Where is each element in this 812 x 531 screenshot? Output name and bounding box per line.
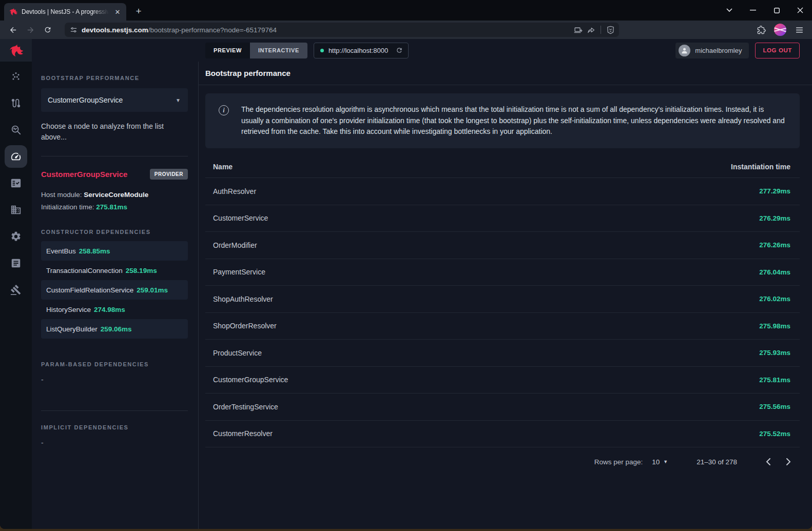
table-row[interactable]: CustomerService276.29ms xyxy=(205,205,800,232)
interactive-tab[interactable]: INTERACTIVE xyxy=(250,43,307,58)
dependency-item[interactable]: HistoryService274.98ms xyxy=(41,300,188,319)
preview-tab[interactable]: PREVIEW xyxy=(205,43,250,58)
send-to-device-icon[interactable] xyxy=(574,26,583,34)
cell-instantiation-time: 276.04ms xyxy=(759,268,790,276)
dependency-item[interactable]: ListQueryBuilder259.06ms xyxy=(41,319,188,339)
cell-name: AuthResolver xyxy=(213,187,256,195)
nav-graph-icon[interactable] xyxy=(10,71,22,82)
bootstrap-sidebar: BOOTSTRAP PERFORMANCE CustomerGroupServi… xyxy=(32,62,199,529)
table-row[interactable]: AuthResolver277.29ms xyxy=(205,178,800,205)
dependency-item[interactable]: EventBus258.85ms xyxy=(41,241,188,261)
nav-gavel-icon[interactable] xyxy=(10,284,22,296)
reload-button[interactable] xyxy=(40,23,55,37)
address-bar[interactable]: devtools.nestjs.com/bootstrap-performanc… xyxy=(65,23,619,37)
implicit-deps-value: - xyxy=(41,439,188,447)
table-row[interactable]: ShopAuthResolver276.02ms xyxy=(205,286,800,313)
param-deps-value: - xyxy=(41,376,188,384)
target-url-box[interactable]: http://localhost:8000 xyxy=(314,43,409,58)
dependency-name: EventBus xyxy=(46,247,76,255)
column-header-time: Instantiation time xyxy=(731,163,790,171)
selected-node-name: CustomerGroupService xyxy=(41,170,127,179)
nav-docs-icon[interactable] xyxy=(10,258,22,269)
rows-per-page-caret-icon[interactable]: ▼ xyxy=(663,459,668,464)
cell-instantiation-time: 275.81ms xyxy=(759,376,790,384)
sidebar-section-title: BOOTSTRAP PERFORMANCE xyxy=(41,75,188,81)
table-row[interactable]: ProductService275.93ms xyxy=(205,340,800,367)
devtools-app: PREVIEW INTERACTIVE http://localhost:800… xyxy=(0,39,812,529)
next-page-button[interactable] xyxy=(778,458,799,465)
previous-page-button[interactable] xyxy=(758,458,778,465)
main-content: Bootstrap performance i The dependencies… xyxy=(199,62,812,529)
dependency-name: CustomFieldRelationService xyxy=(46,286,133,294)
param-deps-title: PARAM-BASED DEPENDENCIES xyxy=(41,361,188,367)
dependency-item[interactable]: TransactionalConnection258.19ms xyxy=(41,261,188,280)
info-text: The dependencies resolution algorithm is… xyxy=(241,104,786,137)
toolbar-right-group xyxy=(753,23,807,37)
minimize-button[interactable] xyxy=(741,0,765,21)
dependency-time: 259.06ms xyxy=(101,325,132,333)
pagination: Rows per page: 10 ▼ 21–30 of 278 xyxy=(205,447,800,476)
host-module-label: Host module: xyxy=(41,191,82,199)
cell-instantiation-time: 276.26ms xyxy=(759,241,790,249)
cell-name: OrderModifier xyxy=(213,241,257,249)
extensions-icon[interactable] xyxy=(753,23,769,37)
forward-button[interactable] xyxy=(23,23,38,37)
table-row[interactable]: OrderModifier276.26ms xyxy=(205,232,800,259)
app-logo[interactable] xyxy=(0,39,32,62)
init-time-value: 275.81ms xyxy=(96,203,127,211)
nav-routes-icon[interactable] xyxy=(10,97,22,109)
nav-settings-icon[interactable] xyxy=(10,231,22,242)
username: michaelbromley xyxy=(695,47,742,54)
site-settings-icon[interactable] xyxy=(70,26,78,34)
table-row[interactable]: CustomerResolver275.52ms xyxy=(205,421,800,448)
dependency-time: 258.19ms xyxy=(126,267,157,274)
cell-instantiation-time: 275.52ms xyxy=(759,430,790,438)
menu-icon[interactable] xyxy=(791,23,807,37)
cell-instantiation-time: 275.98ms xyxy=(759,322,790,330)
node-select[interactable]: CustomerGroupService ▼ xyxy=(41,88,188,112)
cell-instantiation-time: 275.93ms xyxy=(759,349,790,357)
tab-close-icon[interactable]: ✕ xyxy=(113,7,122,16)
nav-audit-icon[interactable] xyxy=(10,178,22,189)
back-button[interactable] xyxy=(5,23,21,37)
url-domain: devtools.nestjs.com xyxy=(82,26,148,34)
nav-inspect-icon[interactable] xyxy=(10,124,22,135)
cell-name: CustomerGroupService xyxy=(213,376,288,384)
node-meta: Host module: ServiceCoreModule Initializ… xyxy=(41,189,188,213)
info-icon: i xyxy=(219,105,229,115)
url-text: devtools.nestjs.com/bootstrap-performanc… xyxy=(82,26,570,34)
refresh-target-icon[interactable] xyxy=(396,47,403,54)
info-box: i The dependencies resolution algorithm … xyxy=(205,93,800,148)
close-window-button[interactable] xyxy=(788,0,812,21)
nav-performance-active[interactable] xyxy=(5,145,27,168)
tab-title: Devtools | NestJS - A progressive xyxy=(22,8,109,15)
table-row[interactable]: ShopOrderResolver275.98ms xyxy=(205,313,800,340)
browser-profile-avatar[interactable] xyxy=(774,24,786,36)
browser-tab[interactable]: Devtools | NestJS - A progressive ✕ xyxy=(4,3,126,21)
rows-per-page-value[interactable]: 10 xyxy=(652,458,660,466)
brave-shields-icon[interactable] xyxy=(606,26,615,34)
window-controls xyxy=(718,0,812,21)
maximize-button[interactable] xyxy=(765,0,788,21)
logout-button[interactable]: LOG OUT xyxy=(755,43,800,58)
browser-window: Devtools | NestJS - A progressive ✕ + de… xyxy=(0,0,812,529)
cell-name: ShopOrderResolver xyxy=(213,322,277,330)
new-tab-button[interactable]: + xyxy=(131,4,146,18)
share-icon[interactable] xyxy=(587,26,595,34)
url-path: /bootstrap-performance?node=-65179764 xyxy=(148,26,277,34)
table-row[interactable]: CustomerGroupService275.81ms xyxy=(205,367,800,394)
table-row[interactable]: OrderTestingService275.56ms xyxy=(205,394,800,421)
nav-modules-icon[interactable] xyxy=(10,204,22,215)
page-title: Bootstrap performance xyxy=(205,69,291,77)
cell-instantiation-time: 276.02ms xyxy=(759,295,790,303)
perf-table-body: AuthResolver277.29msCustomerService276.2… xyxy=(205,178,800,447)
table-header: Name Instantiation time xyxy=(205,155,800,178)
user-chip[interactable]: michaelbromley xyxy=(675,43,749,58)
status-dot xyxy=(320,49,324,52)
user-avatar xyxy=(679,45,690,56)
dependency-time: 274.98ms xyxy=(94,306,125,313)
table-row[interactable]: PaymentService276.04ms xyxy=(205,259,800,286)
tab-search-icon[interactable] xyxy=(718,0,741,21)
cell-instantiation-time: 275.56ms xyxy=(759,403,790,410)
dependency-item[interactable]: CustomFieldRelationService259.01ms xyxy=(41,280,188,300)
